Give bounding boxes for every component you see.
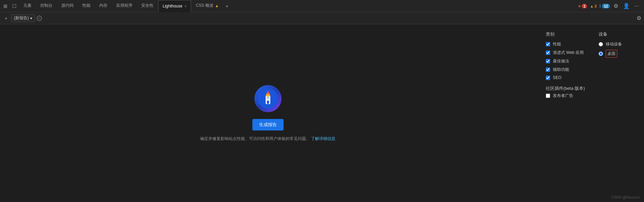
community-publisher-ads[interactable]: 发布者广告 [546, 93, 585, 99]
community-publisher-ads-checkbox[interactable] [546, 94, 550, 98]
category-pwa[interactable]: 渐进式 Web 应用 [546, 50, 585, 56]
main-content: 生成报告 确定并修复影响站点性能、可访问性和用户体验的常见问题。 了解详细信息 … [0, 24, 644, 202]
tab-console[interactable]: 控制台 [36, 0, 57, 12]
lighthouse-logo-svg [258, 88, 278, 109]
category-pwa-checkbox[interactable] [546, 50, 550, 55]
community-publisher-ads-label: 发布者广告 [553, 93, 573, 99]
category-seo[interactable]: SEO [546, 75, 585, 80]
tab-bar-left: ⊞ ☐ 元素 控制台 源代码 性能 内存 应用程序 安全性 Lighthouse… [1, 0, 578, 12]
warning-count: 2 [595, 4, 597, 8]
info-icon: ℹ [599, 3, 601, 8]
toolbar-left: + (新报告) ▾ ⊘ [3, 14, 634, 22]
learn-more-link[interactable]: 了解详细信息 [311, 136, 335, 141]
tab-lighthouse-close[interactable]: × [185, 4, 187, 8]
panel-settings-icon[interactable]: ⚙ [637, 15, 641, 21]
device-mobile[interactable]: 移动设备 [599, 41, 622, 47]
person-icon-btn[interactable]: 👤 [622, 2, 631, 10]
tab-performance[interactable]: 性能 [78, 0, 95, 12]
tab-sources[interactable]: 源代码 [57, 0, 78, 12]
device-mobile-radio[interactable] [599, 42, 603, 46]
device-toggle-btn[interactable]: ☐ [10, 2, 19, 10]
report-selector[interactable]: (新报告) ▾ [11, 14, 35, 22]
watermark: CSDN @HousLin [611, 195, 640, 199]
tab-bar: ⊞ ☐ 元素 控制台 源代码 性能 内存 应用程序 安全性 Lighthouse… [0, 0, 644, 12]
category-performance[interactable]: 性能 [546, 41, 585, 47]
more-options-btn[interactable]: ··· [633, 2, 640, 10]
generate-report-btn[interactable]: 生成报告 [252, 119, 284, 130]
report-selector-label: (新报告) [14, 15, 29, 21]
device-mobile-label: 移动设备 [606, 41, 622, 47]
description-text: 确定并修复影响站点性能、可访问性和用户体验的常见问题。 了解详细信息 [200, 136, 335, 142]
cancel-circle-icon[interactable]: ⊘ [37, 16, 42, 21]
warning-badge: ▲ 2 [590, 4, 597, 8]
tab-css-overview-label: CSS 概述 [196, 3, 213, 8]
description-label: 确定并修复影响站点性能、可访问性和用户体验的常见问题。 [200, 136, 310, 141]
tab-lighthouse[interactable]: Lighthouse × [158, 0, 191, 12]
device-title: 设备 [599, 31, 622, 37]
community-section: 社区插件(beta 版本) 发布者广告 [546, 85, 585, 99]
warning-icon: ▲ [590, 4, 594, 8]
error-badge: ● 1 [578, 3, 587, 8]
categories-section: 类别 性能 渐进式 Web 应用 最佳做法 辅助功能 SEO [546, 31, 585, 195]
tab-css-overview[interactable]: CSS 概述 ▲ [192, 0, 223, 12]
device-desktop-label: 桌面 [606, 50, 617, 58]
tab-lighthouse-label: Lighthouse [163, 4, 183, 8]
category-best-practices-label: 最佳做法 [553, 58, 569, 64]
svg-rect-4 [267, 101, 269, 104]
info-badge: ℹ 12 [599, 3, 609, 8]
report-selector-chevron-icon: ▾ [30, 16, 32, 21]
category-accessibility-label: 辅助功能 [553, 67, 569, 73]
device-desktop[interactable]: 桌面 [599, 50, 622, 58]
device-section: 设备 移动设备 桌面 [599, 31, 622, 195]
category-accessibility-checkbox[interactable] [546, 67, 550, 72]
category-seo-checkbox[interactable] [546, 76, 550, 80]
category-performance-label: 性能 [553, 41, 561, 47]
tab-bar-right: ● 1 ▲ 2 ℹ 12 ⚙ 👤 ··· [578, 2, 643, 10]
categories-title: 类别 [546, 31, 585, 37]
category-pwa-label: 渐进式 Web 应用 [553, 50, 584, 56]
category-best-practices-checkbox[interactable] [546, 59, 550, 63]
lighthouse-logo [254, 85, 282, 112]
error-count: 1 [582, 4, 587, 8]
error-dot-icon: ● [578, 3, 581, 8]
add-tab-btn[interactable]: + [224, 2, 230, 10]
community-title: 社区插件(beta 版本) [546, 85, 585, 92]
toolbar-right: ⚙ [637, 15, 641, 21]
category-accessibility[interactable]: 辅助功能 [546, 67, 585, 73]
category-performance-checkbox[interactable] [546, 42, 550, 46]
toolbar: + (新报告) ▾ ⊘ ⚙ [0, 12, 644, 24]
tab-application[interactable]: 应用程序 [112, 0, 137, 12]
right-panel: 类别 性能 渐进式 Web 应用 最佳做法 辅助功能 SEO [536, 24, 644, 202]
category-best-practices[interactable]: 最佳做法 [546, 58, 585, 64]
add-report-btn[interactable]: + [3, 14, 9, 22]
tab-memory[interactable]: 内存 [95, 0, 111, 12]
svg-rect-7 [267, 93, 269, 95]
info-count: 12 [602, 4, 609, 8]
new-tab-icon-btn[interactable]: ⊞ [1, 2, 9, 10]
category-seo-label: SEO [553, 75, 561, 80]
device-desktop-radio[interactable] [599, 52, 603, 56]
svg-rect-5 [267, 97, 269, 99]
css-overview-warning-icon: ▲ [215, 3, 219, 8]
settings-gear-btn[interactable]: ⚙ [612, 2, 619, 10]
tab-elements[interactable]: 元素 [19, 0, 36, 12]
tab-security[interactable]: 安全性 [137, 0, 158, 12]
center-area: 生成报告 确定并修复影响站点性能、可访问性和用户体验的常见问题。 了解详细信息 [0, 24, 536, 202]
